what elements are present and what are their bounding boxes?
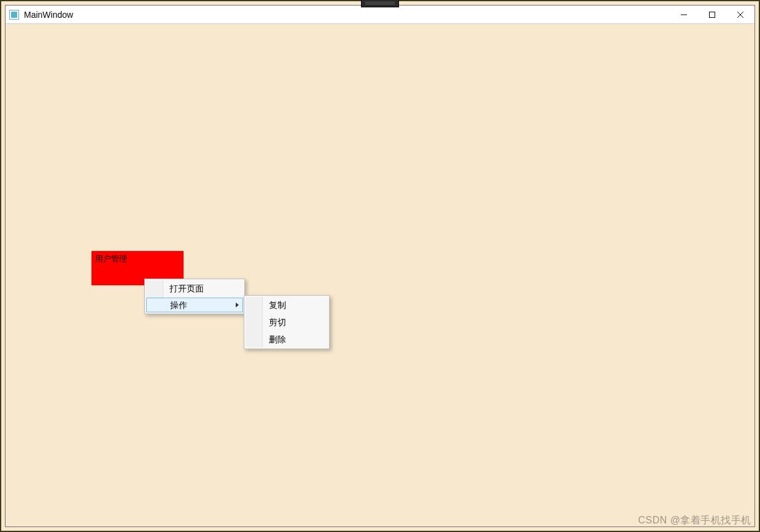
svg-rect-1 bbox=[11, 12, 17, 18]
window-controls bbox=[670, 6, 754, 23]
svg-rect-3 bbox=[710, 12, 715, 17]
menu-item-label: 删除 bbox=[269, 334, 286, 344]
close-button[interactable] bbox=[726, 6, 754, 23]
context-submenu: 复制 剪切 删除 bbox=[244, 295, 330, 349]
menu-item-label: 复制 bbox=[269, 300, 286, 310]
context-menu: 打开页面 操作 bbox=[144, 279, 245, 314]
titlebar[interactable]: MainWindow bbox=[6, 6, 754, 24]
menu-item-open-page[interactable]: 打开页面 bbox=[146, 280, 243, 296]
window-title: MainWindow bbox=[24, 10, 670, 20]
submenu-item-copy[interactable]: 复制 bbox=[246, 297, 328, 313]
submenu-item-cut[interactable]: 剪切 bbox=[246, 314, 328, 330]
menu-item-label: 打开页面 bbox=[169, 283, 204, 293]
submenu-item-delete[interactable]: 删除 bbox=[246, 331, 328, 347]
menu-item-label: 剪切 bbox=[269, 317, 286, 327]
panel-label: 用户管理 bbox=[95, 254, 127, 263]
maximize-button[interactable] bbox=[698, 6, 726, 23]
client-area: 用户管理 打开页面 操作 复制 剪切 删除 bbox=[6, 24, 754, 526]
submenu-arrow-icon bbox=[236, 303, 239, 307]
app-icon bbox=[9, 10, 19, 20]
watermark: CSDN @拿着手机找手机 bbox=[638, 514, 751, 527]
minimize-button[interactable] bbox=[670, 6, 698, 23]
menu-item-label: 操作 bbox=[170, 300, 187, 310]
frame-handle[interactable] bbox=[361, 0, 399, 7]
main-window: MainWindow 用户管理 打开页面 操作 bbox=[5, 5, 755, 527]
menu-item-operations[interactable]: 操作 bbox=[146, 298, 243, 312]
